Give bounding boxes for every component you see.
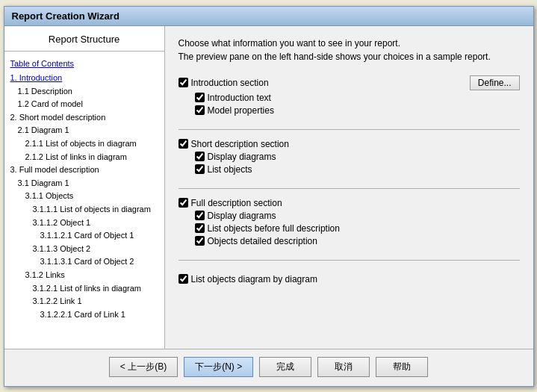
short-section-block: Short description section Display diagra…	[179, 139, 520, 178]
short-sub-options: Display diagrams List objects	[195, 152, 520, 175]
intro-checkbox[interactable]	[179, 78, 188, 87]
toc-item: 3.1.2.2 Link 1	[10, 295, 158, 308]
list-objects-checkbox[interactable]	[179, 274, 188, 284]
toc-item: 2.1.1 List of objects in diagram	[10, 137, 158, 151]
toc-item: 3. Full model description	[10, 164, 158, 177]
prev-button[interactable]: < 上一步(B)	[109, 357, 178, 377]
full-sub-options: Display diagrams List objects before ful…	[195, 211, 520, 246]
short-diagrams-option: Display diagrams	[195, 152, 520, 162]
model-props-option: Model properties	[195, 105, 520, 116]
toc-item: 3.1.2 Links	[10, 269, 158, 282]
toc-item: 3.1.2.2.1 Card of Link 1	[10, 308, 158, 322]
toc-item: 3.1.2.1 List of links in diagram	[10, 282, 158, 296]
toc-header[interactable]: Table of Contents	[10, 57, 158, 71]
list-objects-row: List objects diagram by diagram	[179, 274, 520, 284]
toc-item: 2. Short model description	[10, 111, 158, 125]
toc-item: 3.1.1 Objects	[10, 190, 158, 203]
short-diagrams-checkbox[interactable]	[195, 152, 205, 161]
intro-header-row: Introduction section Define...	[179, 75, 520, 90]
cancel-button[interactable]: 取消	[317, 357, 370, 377]
full-diagrams-option: Display diagrams	[195, 211, 520, 221]
full-objects-detail-label: Objects detailed description	[208, 236, 317, 246]
separator-1	[179, 129, 520, 130]
instruction-line2: The preview pane on the left hand-side s…	[179, 52, 491, 62]
intro-text-checkbox[interactable]	[195, 93, 205, 102]
define-button[interactable]: Define...	[470, 75, 520, 90]
short-checkbox[interactable]	[179, 139, 188, 149]
short-objects-label: List objects	[208, 164, 252, 175]
next-label: 下一步(N) >	[195, 361, 242, 373]
short-header-row: Short description section	[179, 139, 520, 149]
toc-item: 2.1.2 List of links in diagram	[10, 151, 158, 164]
short-objects-option: List objects	[195, 164, 520, 175]
full-diagrams-checkbox[interactable]	[195, 211, 205, 220]
full-diagrams-label: Display diagrams	[208, 211, 276, 221]
toc-item: 3.1.1.1 List of objects in diagram	[10, 203, 158, 217]
instruction-text: Choose what information you want to see …	[179, 37, 520, 63]
right-panel: Choose what information you want to see …	[165, 26, 533, 349]
full-checkbox[interactable]	[179, 198, 188, 208]
options-area: Introduction section Define... Introduct…	[179, 75, 520, 341]
full-objects-before-checkbox[interactable]	[195, 223, 205, 233]
finish-button[interactable]: 完成	[259, 357, 311, 377]
toc-item: 3.1 Diagram 1	[10, 177, 158, 190]
toc-item[interactable]: 1. Introduction	[10, 72, 158, 85]
short-objects-checkbox[interactable]	[195, 164, 205, 174]
intro-section-block: Introduction section Define... Introduct…	[179, 75, 520, 119]
intro-header-left: Introduction section	[179, 78, 269, 88]
next-button[interactable]: 下一步(N) >	[184, 357, 253, 377]
left-panel: Report Structure Table of Contents 1. In…	[4, 26, 165, 349]
toc-item: 3.1.1.2 Object 1	[10, 217, 158, 230]
model-props-label: Model properties	[208, 105, 274, 116]
list-objects-label: List objects diagram by diagram	[191, 274, 317, 284]
dialog-body: Report Structure Table of Contents 1. In…	[4, 26, 533, 349]
intro-label: Introduction section	[191, 78, 269, 88]
full-objects-before-label: List objects before full description	[208, 223, 340, 234]
toc-container: Table of Contents 1. Introduction1.1 Des…	[4, 52, 164, 349]
help-button[interactable]: 帮助	[376, 357, 428, 377]
intro-sub-options: Introduction text Model properties	[195, 93, 520, 116]
full-section-block: Full description section Display diagram…	[179, 198, 520, 249]
full-header-row: Full description section	[179, 198, 520, 208]
short-label: Short description section	[191, 139, 289, 149]
help-label: 帮助	[393, 361, 411, 373]
cancel-label: 取消	[335, 361, 353, 373]
intro-text-option: Introduction text	[195, 93, 520, 103]
toc-item: 3.1.1.3 Object 2	[10, 243, 158, 256]
short-header-left: Short description section	[179, 139, 289, 149]
left-panel-title: Report Structure	[4, 26, 164, 52]
finish-label: 完成	[276, 361, 294, 373]
toc-item: 1.1 Description	[10, 85, 158, 99]
full-objects-detail-checkbox[interactable]	[195, 236, 205, 246]
title-bar: Report Creation Wizard	[4, 7, 533, 26]
prev-label: < 上一步(B)	[120, 361, 167, 373]
full-objects-detail-option: Objects detailed description	[195, 236, 520, 246]
short-diagrams-label: Display diagrams	[208, 152, 276, 162]
intro-text-label: Introduction text	[208, 93, 271, 103]
full-objects-before-option: List objects before full description	[195, 223, 520, 234]
dialog-title: Report Creation Wizard	[12, 10, 119, 22]
toc-item: 3.1.1.3.1 Card of Object 2	[10, 255, 158, 269]
toc-item: 2.1 Diagram 1	[10, 124, 158, 137]
separator-3	[179, 260, 520, 261]
footer: < 上一步(B) 下一步(N) > 完成 取消 帮助	[4, 349, 533, 386]
separator-2	[179, 188, 520, 189]
toc-item: 3.1.1.2.1 Card of Object 1	[10, 229, 158, 243]
toc-item: 1.2 Card of model	[10, 98, 158, 111]
full-label: Full description section	[191, 198, 282, 208]
report-creation-wizard: Report Creation Wizard Report Structure …	[4, 6, 534, 387]
full-header-left: Full description section	[179, 198, 282, 208]
model-props-checkbox[interactable]	[195, 105, 205, 115]
instruction-line1: Choose what information you want to see …	[179, 38, 401, 49]
